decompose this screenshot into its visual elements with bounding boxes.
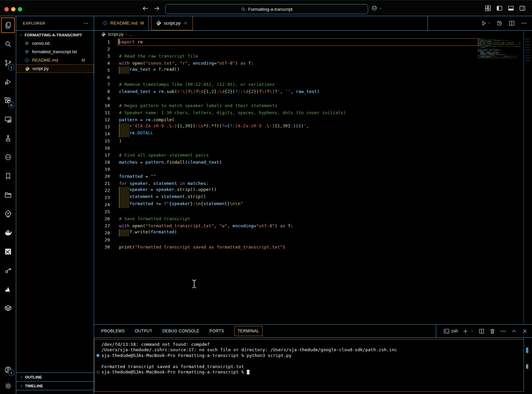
code-line-19[interactable]: 19: [94, 166, 532, 173]
close-tab-button[interactable]: [183, 21, 188, 26]
activity-bar-item-explorer[interactable]: [0, 16, 16, 35]
code-line-8[interactable]: 8cleaned_text = re.sub(r'\[?\(?\d{1,2}:\…: [94, 88, 532, 95]
code-line-15[interactable]: 15): [94, 137, 532, 144]
code-line-4[interactable]: 4with open("convo.txt", "r", encoding="u…: [94, 60, 532, 67]
timeline-history-button[interactable]: [496, 20, 503, 27]
code-line-26[interactable]: 26# Save formatted transcript: [94, 215, 532, 222]
close-window-button[interactable]: [4, 7, 9, 11]
activity-bar-item-search[interactable]: [0, 35, 16, 54]
activity-bar-item-drawio[interactable]: [0, 242, 16, 261]
code-line-20[interactable]: 20formatted = "": [94, 173, 532, 180]
code-line-14[interactable]: 14re.DOTALL: [94, 130, 532, 137]
code-line-12[interactable]: 12pattern = re.compile(: [94, 116, 532, 123]
layout-sidebar-right-button[interactable]: [519, 5, 526, 12]
outline-section-header[interactable]: OUTLINE: [16, 372, 94, 381]
code-line-9[interactable]: 9: [94, 95, 532, 102]
file-item-README.md[interactable]: README.mdM: [16, 56, 94, 64]
code-line-6[interactable]: 6: [94, 74, 532, 81]
code-line-24[interactable]: 24formatted += f"{speaker}:\n{statement}…: [94, 201, 532, 208]
editor-tab-README.md[interactable]: README.mdM: [98, 16, 149, 30]
code-line-11[interactable]: 11# Speaker name: 1-30 chars, letters, d…: [94, 109, 532, 116]
terminal-text: /Users/sja-thedude/.zshrc:source:17: no …: [101, 347, 397, 352]
activity-bar-item-todo-tree[interactable]: [0, 204, 16, 223]
activity-bar-item-extensions[interactable]: [0, 91, 16, 110]
close-panel-button[interactable]: [522, 328, 528, 334]
panel-tab-debug-console[interactable]: DEBUG CONSOLE: [162, 329, 200, 333]
editor-scrollbar[interactable]: [525, 39, 531, 63]
code-line-23[interactable]: 23statement = statement.strip(): [94, 194, 532, 201]
more-actions-button[interactable]: [521, 20, 527, 27]
activity-bar-item-project-manager[interactable]: [0, 186, 16, 204]
project-folder-header[interactable]: FORMATTING-A-TRANSCRIPT: [16, 31, 94, 39]
file-name: script.py: [32, 66, 49, 71]
layout-sidebar-left-button[interactable]: [496, 5, 503, 12]
code-line-27[interactable]: 27with open("formatted_transcript.txt", …: [94, 222, 532, 229]
editor-tab-script.py[interactable]: script.py: [151, 16, 193, 30]
panel-tab-ports[interactable]: PORTS: [210, 329, 224, 333]
shell-select-button[interactable]: zsh: [443, 328, 458, 334]
code-line-10[interactable]: 10# Regex pattern to match speaker label…: [94, 102, 532, 109]
code-line-21[interactable]: 21for speaker, statement in matches:: [94, 180, 532, 187]
activity-bar-item-dev-containers[interactable]: [0, 299, 16, 318]
history-forward-button[interactable]: [153, 5, 160, 12]
history-back-button[interactable]: [142, 5, 149, 12]
code-line-29[interactable]: 29: [94, 236, 532, 243]
terminal[interactable]: /dev/fd/13:18: command not found: compde…: [94, 339, 524, 392]
panel-tab-terminal[interactable]: TERMINAL: [234, 326, 263, 336]
customize-layout-button[interactable]: [484, 5, 492, 12]
code-line-28[interactable]: 28f.write(formatted): [94, 229, 532, 236]
split-terminal-button[interactable]: [478, 328, 485, 334]
activity-bar-item-testing[interactable]: [0, 129, 16, 148]
activity-bar-item-settings[interactable]: [0, 378, 16, 394]
run-python-file-button[interactable]: [480, 20, 491, 27]
split-editor-button[interactable]: [508, 20, 515, 27]
file-item-convo.txt[interactable]: convo.txt: [16, 39, 94, 47]
line-number: 17: [94, 153, 110, 158]
info-icon: [24, 58, 30, 63]
panel-tab-output[interactable]: OUTPUT: [135, 329, 152, 333]
layout-panel-button[interactable]: [507, 5, 514, 12]
breadcrumb-file: script.py: [108, 32, 124, 37]
command-center-search[interactable]: Formatting-a-transcript: [165, 4, 368, 14]
code-line-17[interactable]: 17# Find all speaker-statement pairs: [94, 152, 532, 159]
code-editor[interactable]: 1import re23# Read the raw transcript fi…: [94, 38, 532, 324]
activity-bar-item-bookmarks[interactable]: [0, 167, 16, 186]
minimize-window-button[interactable]: [11, 7, 16, 11]
new-terminal-button[interactable]: [462, 328, 474, 334]
activity-bar-item-atlassian[interactable]: [0, 280, 16, 299]
kill-terminal-button[interactable]: [489, 328, 496, 334]
activity-bar-item-accounts[interactable]: 1: [0, 362, 16, 378]
explorer-more-actions-button[interactable]: [83, 20, 89, 26]
copilot-menu[interactable]: [371, 5, 383, 12]
activity-bar-item-docker[interactable]: [0, 223, 16, 242]
activity-bar-item-source-control[interactable]: 1: [0, 54, 16, 72]
breadcrumb[interactable]: script.py › ...: [94, 30, 532, 38]
code-line-25[interactable]: 25: [94, 208, 532, 215]
minimap[interactable]: import re# Read the raw transcript filew…: [478, 38, 521, 59]
code-line-7[interactable]: 7# Remove timestamps like [00:12:45], (1…: [94, 81, 532, 88]
code-line-1[interactable]: 1import re: [94, 38, 532, 45]
accounts-badge: 1: [8, 369, 14, 376]
maximize-panel-button[interactable]: [511, 328, 517, 334]
code-line-5[interactable]: 5raw_text = f.read(): [94, 67, 532, 74]
more-actions-button[interactable]: [500, 328, 506, 334]
code-line-18[interactable]: 18matches = pattern.findall(cleaned_text…: [94, 159, 532, 166]
code-line-30[interactable]: 30print("Formatted transcript saved as f…: [94, 243, 532, 251]
share-icon: [4, 266, 12, 274]
code-line-16[interactable]: 16: [94, 144, 532, 152]
terminal-text: sja-thedude@SJAs-MacBook-Pro Formatting-…: [101, 369, 246, 374]
activity-bar-item-run-and-debug[interactable]: [0, 72, 16, 91]
timeline-section-header[interactable]: TIMELINE: [16, 381, 94, 390]
maximize-window-button[interactable]: [18, 7, 22, 11]
activity-bar-item-remote-explorer[interactable]: [0, 110, 16, 129]
file-item-formatted_transcript.txt[interactable]: formatted_transcript.txt: [16, 47, 94, 56]
activity-bar-item-copilot-chat[interactable]: [0, 148, 16, 167]
file-item-script.py[interactable]: script.py: [16, 64, 94, 73]
code-line-13[interactable]: 13r'([A-Za-z0-9 .\-]{1,30}):\s*(.*?)(?=(…: [94, 123, 532, 130]
code-line-2[interactable]: 2: [94, 45, 532, 53]
code-line-3[interactable]: 3# Read the raw transcript file: [94, 53, 532, 60]
code-line-22[interactable]: 22speaker = speaker.strip().upper(): [94, 187, 532, 194]
file-name: README.md: [32, 58, 58, 63]
panel-tab-problems[interactable]: PROBLEMS: [101, 329, 125, 333]
activity-bar-item-live-share[interactable]: [0, 261, 16, 280]
